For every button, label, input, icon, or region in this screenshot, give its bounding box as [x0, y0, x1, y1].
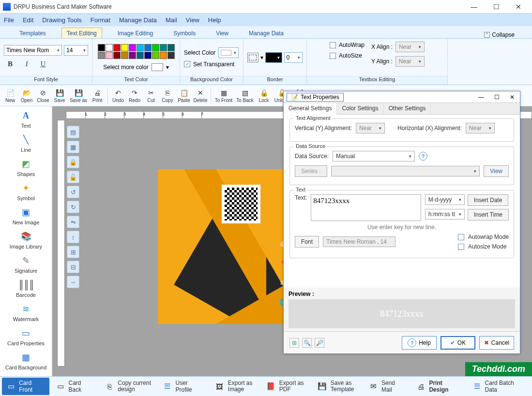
tab-templates[interactable]: Templates — [15, 28, 51, 38]
align-tool-2[interactable]: ▦ — [67, 141, 79, 153]
tool-delete[interactable]: ✕Delete — [192, 86, 209, 105]
tool-tofront[interactable]: ▦To Front — [213, 86, 234, 105]
dtab-other[interactable]: Other Settings — [384, 103, 431, 114]
xalign-combo[interactable]: Near▾ — [395, 42, 425, 52]
dtab-color[interactable]: Color Settings — [337, 103, 383, 114]
flip-h[interactable]: ⇋ — [67, 216, 79, 228]
transparent-checkbox[interactable]: ✓ — [184, 61, 190, 67]
tool-cut[interactable]: ✂Cut — [143, 86, 159, 105]
valign-combo[interactable]: Near▾ — [356, 123, 385, 133]
dialog-ok-button[interactable]: ✔OK — [441, 336, 475, 350]
qrcode[interactable] — [222, 185, 260, 223]
tool-print[interactable]: 🖨Print — [89, 86, 106, 105]
menu-format[interactable]: Format — [91, 16, 110, 24]
more-color-button[interactable] — [152, 63, 163, 71]
insert-time-button[interactable]: Insert Time — [468, 209, 509, 220]
tool-saveas[interactable]: 💾Save as — [68, 86, 89, 105]
tool-card-background[interactable]: ▦Card Background — [0, 349, 52, 373]
menu-help[interactable]: Help — [208, 16, 221, 24]
collapse-icon[interactable]: ˄ — [484, 32, 490, 38]
date-format-combo[interactable]: M-d-yyyy▾ — [425, 194, 465, 205]
bottom-export-image[interactable]: 🖼Export as Image — [211, 378, 260, 395]
bottom-card-back[interactable]: ▭Card Back — [51, 378, 98, 395]
menu-drawing-tools[interactable]: Drawing Tools — [42, 16, 81, 24]
bottom-batch-data[interactable]: ☰Card Batch Data — [468, 378, 530, 395]
dialog-close[interactable]: ✕ — [507, 94, 517, 101]
dtab-general[interactable]: General Settings — [284, 103, 337, 115]
dialog-minimize[interactable]: — — [476, 94, 486, 101]
tool-lock[interactable]: 🔒Lock — [256, 86, 272, 105]
more-tool-1[interactable]: ↕ — [67, 231, 79, 243]
tool-image-library[interactable]: 📚Image Library — [0, 228, 52, 252]
tool-redo[interactable]: ↷Redo — [126, 86, 143, 105]
bottom-copy-design[interactable]: ⎘Copy current design — [100, 378, 156, 395]
tool-shapes[interactable]: ◩Shapes — [0, 156, 52, 180]
tool-card-properties[interactable]: ▭Card Properties — [0, 325, 52, 349]
more-tool-3[interactable]: ⊟ — [67, 261, 79, 273]
collapse-label[interactable]: Collapse — [492, 31, 515, 38]
autowrap-checkbox[interactable] — [330, 42, 336, 48]
tool-open[interactable]: 📂Open — [18, 86, 35, 105]
tool-signature[interactable]: ✎Signature — [0, 252, 52, 277]
more-color-drop[interactable]: ▾ — [166, 64, 169, 71]
tool-new-image[interactable]: ▣New Image — [0, 204, 52, 228]
tool-barcode[interactable]: ║║║Barcode — [0, 277, 52, 301]
tab-manage-data[interactable]: Manage Data — [244, 28, 289, 38]
autosize-mode-checkbox[interactable] — [458, 244, 464, 250]
tab-text-editing[interactable]: Text Editing — [61, 28, 102, 38]
bg-color-combo[interactable]: ▾ — [218, 47, 239, 58]
font-size-combo[interactable]: 14▾ — [64, 45, 88, 56]
close-button[interactable]: ✕ — [508, 1, 529, 13]
zoom-out-icon[interactable]: 🔎 — [315, 338, 324, 348]
unlock-tool[interactable]: 🔓 — [67, 171, 79, 183]
insert-date-button[interactable]: Insert Date — [468, 194, 509, 206]
zoom-fit-icon[interactable]: ⊞ — [289, 338, 299, 348]
bottom-save-template[interactable]: 💾Save as Template — [313, 378, 363, 395]
view-button[interactable]: View — [484, 165, 509, 177]
tool-paste[interactable]: 📋Paste — [176, 86, 192, 105]
maximize-button[interactable]: ☐ — [486, 1, 507, 13]
color-swatches[interactable] — [98, 44, 175, 59]
minimize-button[interactable]: — — [463, 1, 485, 13]
dialog-cancel-button[interactable]: ✖Cancel — [479, 336, 514, 350]
time-format-combo[interactable]: h:mm:ss tt▾ — [425, 209, 465, 220]
menu-file[interactable]: File — [4, 16, 14, 24]
border-color[interactable]: ▾ — [265, 52, 282, 63]
tool-undo[interactable]: ↶Undo — [110, 86, 126, 105]
zoom-in-icon[interactable]: 🔍 — [302, 338, 312, 348]
font-family-combo[interactable]: Times New Rom▾ — [4, 45, 62, 56]
tab-view[interactable]: View — [211, 28, 233, 38]
tool-toback[interactable]: ▧To Back — [234, 86, 256, 105]
lock-tool[interactable]: 🔒 — [67, 156, 79, 168]
tool-symbol[interactable]: ✦Symbol — [0, 180, 52, 204]
border-style-icon[interactable] — [247, 53, 258, 62]
autowrap-mode-checkbox[interactable] — [458, 234, 464, 240]
tool-new[interactable]: 📄New — [2, 86, 18, 105]
more-tool-4[interactable]: ↔ — [67, 276, 79, 288]
yalign-combo[interactable]: Near▾ — [395, 56, 425, 67]
tab-image-editing[interactable]: Image Editing — [113, 28, 158, 38]
tool-save[interactable]: 💾Save — [51, 86, 68, 105]
bottom-send-mail[interactable]: ✉Send Mail — [365, 378, 410, 395]
bottom-export-pdf[interactable]: 📕Export as PDF — [262, 378, 311, 395]
tool-copy[interactable]: ⎘Copy — [159, 86, 176, 105]
rotate-right[interactable]: ↻ — [67, 201, 79, 213]
align-tool-1[interactable]: ▤ — [67, 126, 79, 138]
tool-line[interactable]: ╲Line — [0, 132, 52, 156]
menu-manage-data[interactable]: Manage Data — [119, 16, 157, 24]
text-input[interactable] — [311, 194, 421, 221]
bottom-user-profile[interactable]: ☰User Profile — [158, 378, 208, 395]
underline-button[interactable]: U — [37, 59, 49, 70]
menu-mail[interactable]: Mail — [166, 16, 177, 24]
bottom-print-design[interactable]: 🖨Print Design — [412, 378, 466, 395]
menu-view[interactable]: View — [186, 16, 199, 24]
more-tool-2[interactable]: ⊞ — [67, 246, 79, 258]
border-width[interactable]: 0▾ — [284, 52, 303, 63]
tool-text[interactable]: AText — [0, 107, 52, 132]
tool-watermark[interactable]: ≋Watermark — [0, 301, 52, 325]
halign-combo[interactable]: Near▾ — [466, 123, 495, 133]
font-button[interactable]: Font — [295, 236, 319, 248]
menu-edit[interactable]: Edit — [23, 16, 33, 24]
italic-button[interactable]: I — [20, 59, 33, 70]
bottom-card-front[interactable]: ▭Card Front — [2, 378, 49, 395]
